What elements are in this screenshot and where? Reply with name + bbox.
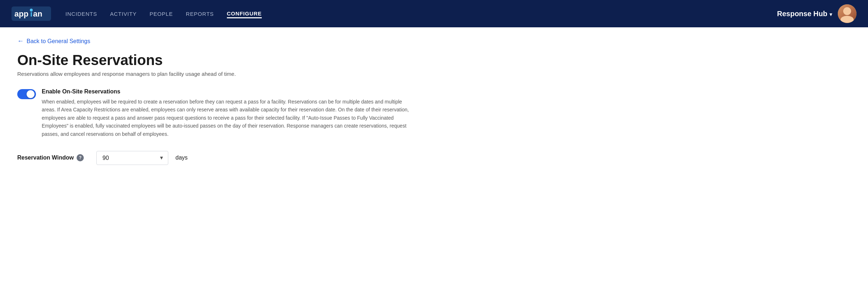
enable-reservations-toggle[interactable]: [17, 89, 36, 99]
reservation-window-help-icon[interactable]: ?: [77, 154, 84, 161]
back-to-general-settings-link[interactable]: ← Back to General Settings: [17, 37, 90, 45]
toggle-label: Enable On-Site Reservations: [42, 88, 413, 95]
hub-title[interactable]: Response Hub▾: [777, 10, 832, 18]
appian-logo[interactable]: app i an: [12, 6, 51, 21]
nav-right: Response Hub▾: [777, 4, 856, 23]
page-subtitle: Reservations allow employees and respons…: [17, 71, 851, 77]
navbar: app i an INCIDENTS ACTIVITY PEOPLE REPOR…: [0, 0, 868, 27]
toggle-knob: [27, 90, 35, 98]
nav-people[interactable]: PEOPLE: [150, 9, 173, 18]
avatar-image: [838, 4, 856, 23]
enable-reservations-section: Enable On-Site Reservations When enabled…: [17, 88, 413, 138]
toggle-text-block: Enable On-Site Reservations When enabled…: [42, 88, 413, 138]
avatar[interactable]: [838, 4, 856, 23]
nav-incidents[interactable]: INCIDENTS: [65, 9, 97, 18]
back-link-label: Back to General Settings: [27, 38, 90, 45]
nav-links: INCIDENTS ACTIVITY PEOPLE REPORTS CONFIG…: [65, 9, 777, 18]
logo-svg: app i an: [12, 6, 51, 21]
reservation-window-unit: days: [175, 155, 188, 161]
reservation-window-row: Reservation Window ? 30 60 90 120 180 36…: [17, 151, 851, 165]
svg-text:an: an: [33, 9, 42, 18]
reservation-window-label: Reservation Window ?: [17, 154, 89, 161]
svg-text:app: app: [14, 9, 28, 18]
main-content: ← Back to General Settings On-Site Reser…: [0, 27, 868, 281]
svg-point-4: [30, 9, 33, 11]
page-title: On-Site Reservations: [17, 52, 851, 68]
nav-configure[interactable]: CONFIGURE: [227, 9, 262, 18]
back-arrow-icon: ←: [17, 37, 24, 45]
nav-reports[interactable]: REPORTS: [186, 9, 214, 18]
nav-activity[interactable]: ACTIVITY: [110, 9, 137, 18]
reservation-window-select[interactable]: 30 60 90 120 180 365: [96, 151, 168, 165]
toggle-description: When enabled, employees will be required…: [42, 98, 413, 138]
reservation-window-select-wrapper: 30 60 90 120 180 365 ▼: [96, 151, 168, 165]
